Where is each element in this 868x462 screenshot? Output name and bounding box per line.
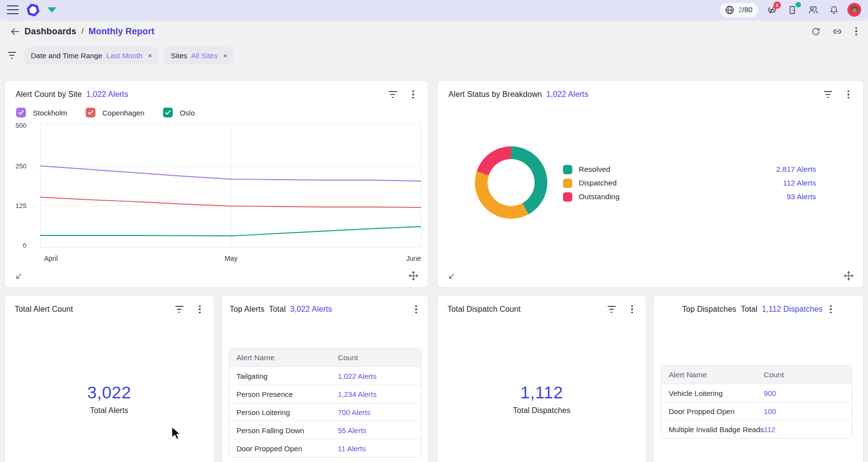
card-total-link[interactable]: 1,022 Alerts bbox=[546, 90, 588, 99]
drag-move-icon[interactable] bbox=[409, 271, 418, 280]
cell-alert-name: Tailgating bbox=[229, 372, 267, 380]
card-kebab-menu[interactable] bbox=[196, 303, 204, 315]
card-title: Total Dispatch Count bbox=[447, 305, 521, 314]
checkbox-checked-icon[interactable] bbox=[86, 108, 95, 117]
legend-value-link[interactable]: 112 Alerts bbox=[783, 179, 816, 187]
legend-value-link[interactable]: 2,817 Alerts bbox=[776, 165, 816, 174]
y-tick-0: 0 bbox=[23, 242, 26, 249]
card-kebab-menu[interactable] bbox=[827, 303, 835, 315]
filter-icon[interactable] bbox=[5, 52, 19, 59]
card-total-alert-count: Total Alert Count 3,022 Total Alerts bbox=[4, 295, 214, 462]
filter-chip-sites[interactable]: Sites All Sites × bbox=[164, 47, 234, 64]
refresh-icon[interactable] bbox=[809, 25, 822, 38]
filter-chip-date-range[interactable]: Date and Time Range Last Month × bbox=[24, 47, 159, 64]
total-alerts-caption: Total Alerts bbox=[5, 406, 213, 415]
legend-label: Copenhagen bbox=[102, 109, 144, 117]
doors-button[interactable] bbox=[786, 3, 799, 17]
page-kebab-menu[interactable] bbox=[852, 25, 860, 37]
x-tick-june: June bbox=[406, 254, 421, 262]
card-title: Alert Count by Site bbox=[16, 90, 82, 99]
card-kebab-menu[interactable] bbox=[845, 89, 852, 100]
cell-count-link[interactable]: 1,022 Alerts bbox=[338, 372, 376, 380]
chip-close-icon[interactable]: × bbox=[223, 52, 227, 59]
cell-alert-name: Person Presence bbox=[229, 390, 293, 398]
card-kebab-menu[interactable] bbox=[412, 303, 420, 315]
legend-label: Outstanding bbox=[579, 192, 620, 201]
card-total-link[interactable]: 1,022 Alerts bbox=[86, 90, 128, 99]
card-kebab-menu[interactable] bbox=[409, 89, 417, 100]
card-filter-icon[interactable] bbox=[821, 91, 835, 98]
line-chart-plot[interactable] bbox=[40, 123, 421, 248]
back-button[interactable] bbox=[8, 24, 22, 38]
card-top-alerts: Top Alerts Total 3,022 Alerts Alert Name… bbox=[221, 295, 428, 462]
card-total-label: Total bbox=[741, 305, 757, 314]
legend-checkbox-oslo[interactable]: Oslo bbox=[163, 108, 195, 117]
legend-checkbox-stockholm[interactable]: Stockholm bbox=[16, 108, 67, 117]
table-row: Person Loitering700 Alerts bbox=[229, 403, 421, 421]
card-filter-icon[interactable] bbox=[605, 306, 618, 313]
card-kebab-menu[interactable] bbox=[628, 303, 636, 315]
card-top-dispatches: Top Dispatches Total 1,112 Dispatches Al… bbox=[653, 295, 864, 462]
drag-move-icon[interactable] bbox=[844, 271, 853, 280]
menu-icon[interactable] bbox=[7, 5, 19, 14]
usage-pill[interactable]: 2/80 bbox=[720, 3, 758, 17]
checkbox-checked-icon[interactable] bbox=[163, 108, 173, 117]
cell-count-link[interactable]: 700 Alerts bbox=[338, 408, 371, 416]
cell-count-link[interactable]: 112 bbox=[764, 425, 775, 434]
breadcrumb-dashboards[interactable]: Dashboards bbox=[24, 26, 76, 37]
expand-icon[interactable] bbox=[15, 272, 23, 280]
cell-count-link[interactable]: 55 Alerts bbox=[338, 426, 366, 435]
cell-count-link[interactable]: 100 bbox=[764, 407, 776, 416]
app-logo-hexagon-icon[interactable] bbox=[26, 3, 40, 17]
legend-checkbox-copenhagen[interactable]: Copenhagen bbox=[86, 108, 144, 117]
cell-count-link[interactable]: 900 bbox=[764, 389, 776, 397]
workspace-dropdown-icon[interactable] bbox=[47, 7, 56, 13]
legend-value-link[interactable]: 93 Alerts bbox=[787, 192, 816, 201]
column-header-count: Count bbox=[764, 370, 784, 379]
legend-label: Oslo bbox=[180, 109, 195, 117]
column-header-alert-name: Alert Name bbox=[229, 353, 275, 362]
cell-alert-name: Multiple Invalid Badge Reads bbox=[661, 425, 764, 434]
people-button[interactable] bbox=[806, 3, 820, 17]
table-row: Person Presence1,234 Alerts bbox=[229, 385, 421, 403]
globe-icon bbox=[725, 5, 735, 15]
column-header-alert-name: Alert Name bbox=[661, 370, 707, 379]
card-total-link[interactable]: 3,022 Alerts bbox=[290, 305, 332, 314]
cell-count-link[interactable]: 1,234 Alerts bbox=[338, 390, 376, 398]
card-total-dispatch-count: Total Dispatch Count 1,112 Total Dispatc… bbox=[437, 295, 646, 462]
door-status-dot bbox=[796, 2, 801, 7]
chip-value[interactable]: All Sites bbox=[191, 51, 217, 60]
expand-icon[interactable] bbox=[447, 272, 456, 280]
filter-bar: Date and Time Range Last Month × Sites A… bbox=[0, 45, 868, 66]
card-filter-icon[interactable] bbox=[172, 306, 186, 313]
card-filter-icon[interactable] bbox=[386, 91, 399, 98]
card-total-link[interactable]: 1,112 Dispatches bbox=[762, 305, 822, 314]
chip-label: Date and Time Range bbox=[31, 51, 102, 60]
top-dispatches-table: Alert NameCountVehicle Loitering900Door … bbox=[661, 365, 852, 439]
checkbox-checked-icon[interactable] bbox=[16, 108, 26, 117]
card-title: Top Alerts bbox=[230, 305, 264, 314]
x-tick-april: April bbox=[44, 254, 58, 262]
chip-value[interactable]: Last Month bbox=[106, 51, 142, 60]
table-row: Person Falling Down55 Alerts bbox=[229, 421, 421, 439]
user-avatar[interactable] bbox=[847, 3, 861, 17]
total-dispatches-caption: Total Dispatches bbox=[438, 406, 646, 415]
chip-close-icon[interactable]: × bbox=[148, 52, 152, 59]
table-row: Door Propped Open11 Alerts bbox=[229, 439, 421, 457]
donut-legend-row-dispatched: Dispatched112 Alerts bbox=[563, 176, 816, 190]
usage-count: 2/80 bbox=[738, 6, 752, 14]
alarms-button[interactable]: 2 bbox=[765, 3, 779, 17]
legend-swatch-icon bbox=[563, 179, 572, 188]
share-link-icon[interactable] bbox=[831, 25, 844, 38]
card-title: Total Alert Count bbox=[15, 305, 73, 314]
card-alert-count-by-site: Alert Count by Site 1,022 Alerts Stockho… bbox=[4, 80, 428, 288]
x-tick-may: May bbox=[225, 254, 237, 262]
page-header: Dashboards / Monthly Report bbox=[0, 20, 868, 43]
notifications-bell-button[interactable] bbox=[827, 3, 841, 17]
legend-swatch-icon bbox=[563, 165, 572, 174]
table-row: Tailgating1,022 Alerts bbox=[229, 367, 421, 385]
cell-count-link[interactable]: 11 Alerts bbox=[338, 444, 366, 453]
donut-chart[interactable] bbox=[475, 146, 547, 219]
page-title: Monthly Report bbox=[89, 26, 155, 37]
top-navbar: 2/80 2 bbox=[0, 0, 868, 20]
